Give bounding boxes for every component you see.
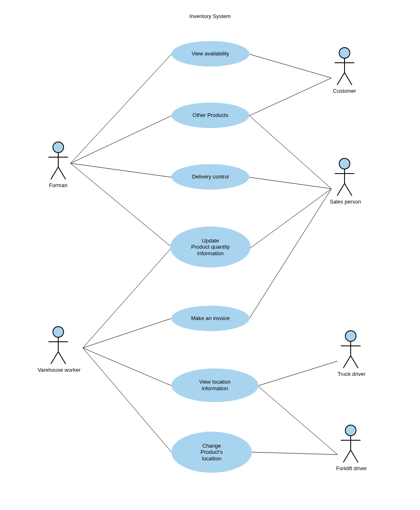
usecase-make-invoice: Make an invoice bbox=[171, 306, 249, 331]
usecase-update-product-quantity: UpdateProduct quantityinformation bbox=[170, 226, 251, 268]
svg-line-11 bbox=[249, 177, 331, 189]
svg-point-42 bbox=[345, 425, 356, 436]
usecase-label: View locationinformation bbox=[199, 379, 231, 391]
svg-line-2 bbox=[71, 163, 171, 177]
svg-line-30 bbox=[337, 73, 345, 85]
svg-line-5 bbox=[83, 318, 171, 348]
svg-line-10 bbox=[249, 116, 331, 189]
stick-figure-icon bbox=[46, 326, 71, 365]
usecase-label: UpdateProduct quantityinformation bbox=[191, 238, 230, 257]
svg-line-45 bbox=[343, 450, 351, 462]
usecase-label: Other Products bbox=[192, 112, 228, 119]
svg-point-27 bbox=[339, 48, 350, 58]
svg-line-7 bbox=[83, 348, 171, 452]
svg-line-13 bbox=[249, 189, 331, 318]
stick-figure-icon bbox=[338, 425, 363, 464]
svg-line-41 bbox=[351, 356, 358, 368]
actor-truck-driver: Truck driver bbox=[338, 330, 363, 377]
diagram-title: Inventory System bbox=[169, 13, 251, 19]
svg-line-3 bbox=[71, 163, 171, 247]
usecase-delivery-control: Delivery control bbox=[171, 164, 249, 190]
svg-line-15 bbox=[258, 387, 338, 455]
actor-truck-driver-label: Truck driver bbox=[333, 371, 370, 377]
actor-customer: Customer bbox=[332, 47, 357, 94]
usecase-label: Make an invoice bbox=[191, 315, 230, 322]
svg-line-26 bbox=[58, 352, 66, 364]
stick-figure-icon bbox=[46, 142, 71, 181]
svg-line-8 bbox=[249, 54, 331, 78]
svg-line-21 bbox=[58, 167, 66, 179]
actor-forklift-driver: Forklift driver bbox=[338, 425, 363, 471]
svg-line-25 bbox=[51, 352, 58, 364]
svg-line-1 bbox=[71, 116, 171, 163]
usecase-change-product-location: ChangeProduct'slocaltion bbox=[171, 432, 252, 473]
actor-sales-person: Sales person bbox=[332, 158, 357, 205]
svg-line-6 bbox=[83, 348, 171, 386]
svg-line-40 bbox=[343, 356, 351, 368]
svg-line-4 bbox=[83, 248, 171, 348]
actor-forman: Forman bbox=[46, 142, 71, 188]
usecase-other-products: Other Products bbox=[171, 103, 249, 128]
svg-point-32 bbox=[339, 158, 350, 169]
svg-point-37 bbox=[345, 331, 356, 341]
actor-customer-label: Customer bbox=[332, 88, 357, 94]
svg-line-0 bbox=[71, 54, 171, 163]
svg-line-9 bbox=[249, 78, 331, 116]
usecase-view-availability: View availability bbox=[171, 41, 249, 66]
actor-sales-person-label: Sales person bbox=[326, 199, 365, 205]
svg-point-17 bbox=[53, 142, 64, 153]
actor-varehouse-worker: Varehouse worker bbox=[46, 326, 71, 373]
diagram-canvas: Inventory System Forman Varehouse worker bbox=[0, 0, 420, 510]
svg-line-46 bbox=[351, 450, 358, 462]
svg-line-20 bbox=[51, 167, 58, 179]
usecase-label: Delivery control bbox=[192, 174, 229, 180]
svg-line-16 bbox=[252, 452, 338, 455]
svg-line-31 bbox=[345, 73, 352, 85]
svg-line-12 bbox=[251, 189, 331, 248]
stick-figure-icon bbox=[332, 47, 357, 86]
usecase-view-location-information: View locationinformation bbox=[171, 368, 258, 402]
stick-figure-icon bbox=[338, 330, 363, 369]
svg-point-22 bbox=[53, 327, 64, 337]
actor-forklift-driver-label: Forklift driver bbox=[333, 465, 370, 471]
usecase-label: ChangeProduct'slocaltion bbox=[201, 443, 223, 462]
svg-line-14 bbox=[258, 361, 338, 386]
actor-forman-label: Forman bbox=[46, 182, 71, 188]
actor-varehouse-worker-label: Varehouse worker bbox=[34, 367, 84, 373]
usecase-label: View availability bbox=[192, 50, 229, 57]
stick-figure-icon bbox=[332, 158, 357, 197]
svg-line-36 bbox=[345, 183, 352, 196]
svg-line-35 bbox=[337, 183, 345, 196]
